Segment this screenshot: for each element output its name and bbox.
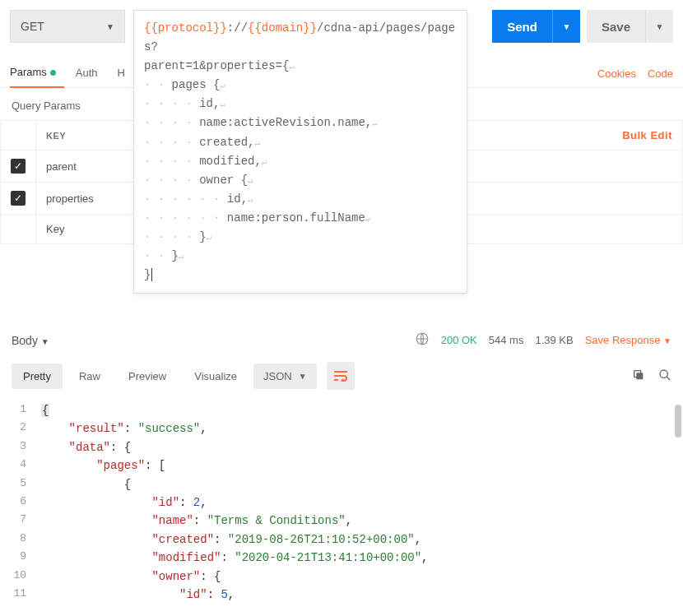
bulk-edit-link[interactable]: Bulk Edit	[622, 129, 672, 141]
code-line: 11 "id": 5,	[0, 586, 683, 604]
code-line: 9 "modified": "2020-04-21T13:41:10+00:00…	[0, 549, 683, 567]
tab-headers-truncated[interactable]: H	[118, 60, 133, 87]
http-method-select[interactable]: GET ▼	[10, 10, 125, 43]
svg-point-3	[660, 370, 667, 377]
code-line: 6 "id": 2,	[0, 493, 683, 512]
code-line: 3 "data": {	[0, 438, 683, 456]
send-button[interactable]: Send	[492, 10, 552, 43]
response-size: 1.39 KB	[535, 334, 573, 346]
send-dropdown-button[interactable]: ▼	[552, 10, 580, 43]
tab-params[interactable]: Params	[10, 59, 64, 88]
send-button-group: Send ▼	[492, 10, 580, 43]
row-checkbox[interactable]: ✓	[11, 191, 26, 206]
response-time: 544 ms	[489, 334, 524, 346]
tab-raw[interactable]: Raw	[67, 364, 112, 389]
search-response-icon[interactable]	[658, 368, 671, 384]
http-method-label: GET	[21, 20, 44, 33]
chevron-down-icon: ▼	[106, 22, 114, 31]
code-line: 5 {	[0, 475, 683, 493]
save-button[interactable]: Save	[587, 10, 645, 43]
code-line: 4 "pages": [	[0, 456, 683, 475]
chevron-down-icon: ▼	[41, 337, 49, 346]
line-wrap-toggle[interactable]	[327, 362, 355, 390]
save-response-link[interactable]: Save Response ▼	[585, 334, 671, 346]
save-dropdown-button[interactable]: ▼	[645, 10, 673, 43]
response-view-tabs: Pretty Raw Preview Visualize JSON ▼	[0, 357, 683, 395]
response-code-viewer[interactable]: 1{2 "result": "success",3 "data": {4 "pa…	[0, 395, 683, 604]
code-line: 1{	[0, 401, 683, 419]
row-checkbox[interactable]: ✓	[11, 159, 26, 174]
chevron-down-icon: ▼	[563, 22, 571, 31]
tab-auth[interactable]: Auth	[76, 60, 106, 87]
code-line: 10 "owner": {	[0, 567, 683, 586]
status-code: 200 OK	[441, 334, 477, 346]
chevron-down-icon: ▼	[656, 22, 664, 31]
response-bar: Body ▼ 200 OK 544 ms 1.39 KB Save Respon…	[0, 318, 683, 357]
network-globe-icon[interactable]	[415, 331, 430, 349]
chevron-down-icon: ▼	[663, 336, 671, 345]
save-button-group: Save ▼	[587, 10, 673, 43]
params-modified-dot-icon	[50, 70, 56, 76]
chevron-down-icon: ▼	[299, 372, 307, 381]
url-input[interactable]: {{protocol}}://{{domain}}/cdna-api/pages…	[133, 10, 467, 294]
code-line: 7 "name": "Terms & Conditions",	[0, 512, 683, 530]
code-link[interactable]: Code	[648, 67, 673, 80]
tab-visualize[interactable]: Visualize	[183, 364, 249, 389]
format-select[interactable]: JSON ▼	[253, 364, 317, 389]
response-body-tab[interactable]: Body ▼	[12, 334, 49, 347]
scrollbar-thumb[interactable]	[675, 405, 681, 438]
svg-rect-1	[636, 373, 643, 379]
code-line: 8 "created": "2019-08-26T21:10:52+00:00"…	[0, 530, 683, 549]
tab-preview[interactable]: Preview	[117, 364, 178, 389]
code-line: 2 "result": "success",	[0, 419, 683, 438]
copy-response-icon[interactable]	[632, 368, 645, 384]
tab-pretty[interactable]: Pretty	[12, 364, 63, 389]
cookies-link[interactable]: Cookies	[597, 67, 636, 80]
